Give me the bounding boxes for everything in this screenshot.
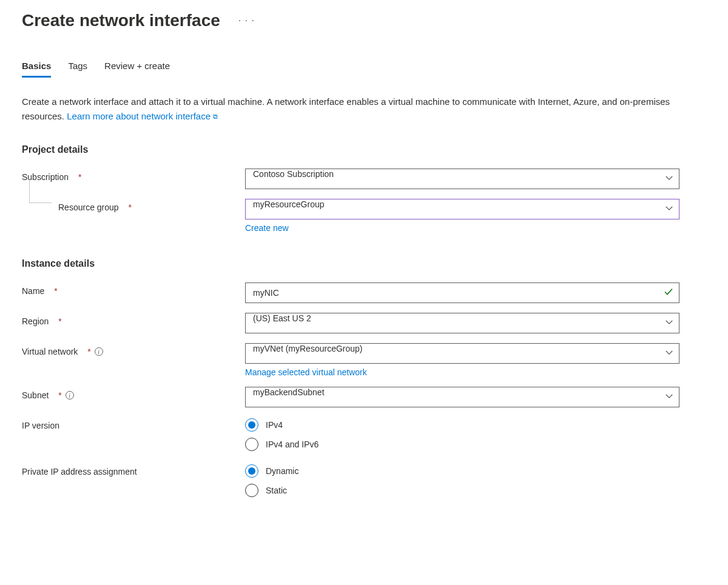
tab-review-create[interactable]: Review + create	[104, 61, 170, 78]
manage-vnet-link[interactable]: Manage selected virtual network	[245, 367, 367, 377]
info-icon[interactable]: i	[66, 391, 74, 399]
radio-static[interactable]: Static	[245, 484, 679, 497]
label-region: Region *	[22, 313, 245, 326]
select-resource-group[interactable]: myResourceGroup	[245, 199, 679, 219]
section-title-instance: Instance details	[22, 258, 706, 269]
select-region[interactable]: (US) East US 2	[245, 313, 679, 333]
tab-tags[interactable]: Tags	[68, 61, 87, 78]
label-subscription: Subscription *	[22, 169, 245, 182]
label-ip-version: IP version	[22, 417, 245, 430]
input-name[interactable]	[245, 282, 679, 303]
radio-dynamic[interactable]: Dynamic	[245, 464, 679, 478]
page-title: Create network interface	[22, 11, 220, 30]
radio-ipv4-ipv6[interactable]: IPv4 and IPv6	[245, 438, 679, 451]
section-title-project: Project details	[22, 144, 706, 155]
label-subnet: Subnet * i	[22, 387, 245, 400]
label-virtual-network: Virtual network * i	[22, 343, 245, 356]
radio-ipv4[interactable]: IPv4	[245, 418, 679, 432]
select-subscription[interactable]: Contoso Subscription	[245, 169, 679, 189]
select-subnet[interactable]: myBackendSubnet	[245, 387, 679, 407]
create-new-link[interactable]: Create new	[245, 223, 289, 233]
intro-text: Create a network interface and attach it…	[22, 95, 689, 124]
label-private-ip: Private IP address assignment	[22, 463, 245, 476]
info-icon[interactable]: i	[95, 347, 103, 356]
label-resource-group: Resource group *	[22, 199, 245, 212]
tabs-bar: Basics Tags Review + create	[22, 61, 706, 78]
tab-basics[interactable]: Basics	[22, 61, 51, 78]
label-name: Name *	[22, 282, 245, 296]
more-icon[interactable]: · · ·	[238, 15, 255, 26]
external-link-icon: ⧉	[213, 113, 218, 120]
learn-more-link[interactable]: Learn more about network interface ⧉	[67, 111, 218, 121]
select-virtual-network[interactable]: myVNet (myResourceGroup)	[245, 343, 679, 364]
